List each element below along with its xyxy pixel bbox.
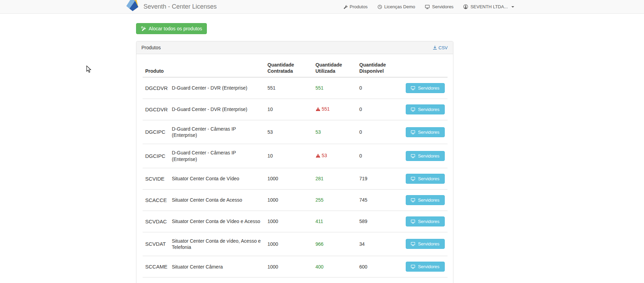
- product-name: Situator Center Input/Output: [169, 277, 265, 283]
- seventh-logo-icon: [125, 0, 141, 14]
- servers-button[interactable]: Servidores: [406, 216, 445, 226]
- product-code: SCVDAC: [143, 211, 169, 232]
- product-name: Situator Center Conta de Vídeo: [169, 168, 265, 189]
- qty-contracted: 1000: [265, 211, 313, 232]
- servers-button[interactable]: Servidores: [406, 83, 445, 93]
- actions-cell: Servidores: [403, 277, 448, 283]
- actions-cell: Servidores: [403, 168, 448, 189]
- product-name: Situator Center Conta de vídeo, Acesso e…: [169, 232, 265, 256]
- qty-contracted: 1000: [265, 232, 313, 256]
- qty-contracted: 10: [265, 99, 313, 120]
- nav-item-produtos[interactable]: Produtos: [338, 0, 373, 13]
- servers-button[interactable]: Servidores: [406, 127, 445, 137]
- navbar-brand[interactable]: Seventh - Center Licenses: [125, 0, 217, 14]
- monitor-icon: [411, 154, 415, 158]
- nav-item-servidores[interactable]: Servidores: [420, 0, 458, 13]
- header-disponivel: Quantidade Disponível: [357, 59, 403, 77]
- qty-used: 53: [313, 144, 357, 168]
- qty-used: 411: [313, 211, 357, 232]
- monitor-icon: [411, 176, 415, 181]
- qty-available: 0: [357, 77, 403, 99]
- servers-button[interactable]: Servidores: [406, 174, 445, 184]
- qty-contracted: 10: [265, 144, 313, 168]
- qty-available: 0: [357, 144, 403, 168]
- main-content: Alocar todos os produtos Produtos CSV: [136, 14, 453, 283]
- nav-item-licencas-demo[interactable]: Licenças Demo: [373, 0, 420, 13]
- qty-contracted: 1000: [265, 189, 313, 211]
- mouse-cursor: [86, 65, 92, 74]
- servers-button-label: Servidores: [418, 153, 439, 159]
- servers-button[interactable]: Servidores: [406, 151, 445, 161]
- actions-cell: Servidores: [403, 189, 448, 211]
- servers-button-label: Servidores: [418, 241, 439, 246]
- app-title: Seventh - Center Licenses: [144, 3, 217, 10]
- actions-cell: Servidores: [403, 144, 448, 168]
- servers-button[interactable]: Servidores: [406, 195, 445, 205]
- qty-available: 719: [357, 168, 403, 189]
- product-name: Situator Center Câmera: [169, 256, 265, 277]
- product-row: SCINOU Situator Center Input/Output 1000…: [143, 277, 448, 283]
- qty-contracted: 53: [265, 120, 313, 144]
- qty-used: 53: [313, 120, 357, 144]
- qty-available: 34: [357, 232, 403, 256]
- allocate-all-label: Alocar todos os produtos: [149, 26, 202, 31]
- product-code: DGCDVR: [143, 77, 169, 99]
- qty-used: 255: [313, 189, 357, 211]
- download-icon: [433, 46, 437, 50]
- product-code: SCCAME: [143, 256, 169, 277]
- products-table: Produto Quantidade Contratada Quantidade…: [143, 59, 448, 283]
- nav-label: Licenças Demo: [384, 4, 415, 9]
- actions-cell: Servidores: [403, 232, 448, 256]
- qty-used: 281: [313, 168, 357, 189]
- warning-icon: [316, 153, 320, 159]
- actions-cell: Servidores: [403, 99, 448, 120]
- actions-cell: Servidores: [403, 256, 448, 277]
- actions-cell: Servidores: [403, 77, 448, 99]
- qty-contracted: 1000: [265, 256, 313, 277]
- qty-available: 600: [357, 256, 403, 277]
- qty-contracted: 1000: [265, 277, 313, 283]
- qty-contracted: 1000: [265, 168, 313, 189]
- qty-contracted: 551: [265, 77, 313, 99]
- product-row: SCACCE Situator Center Conta de Acesso 1…: [143, 189, 448, 211]
- qty-available: 745: [357, 189, 403, 211]
- servers-button-label: Servidores: [418, 219, 439, 224]
- servers-button-label: Servidores: [418, 264, 439, 269]
- header-utilizada: Quantidade Utilizada: [313, 59, 357, 77]
- product-code: SCINOU: [143, 277, 169, 283]
- monitor-icon: [411, 242, 415, 246]
- caret-down-icon: [511, 6, 514, 8]
- panel-title: Produtos: [142, 45, 161, 50]
- product-row: DGCDVR D-Guard Center - DVR (Enterprise)…: [143, 99, 448, 120]
- nav-item-account-dropdown[interactable]: SEVENTH LTDA...: [458, 0, 519, 13]
- qty-available: 0: [357, 120, 403, 144]
- qty-used: 400: [313, 256, 357, 277]
- qty-used: 966: [313, 232, 357, 256]
- servers-button[interactable]: Servidores: [406, 239, 445, 249]
- servers-button-label: Servidores: [418, 198, 439, 203]
- monitor-icon: [411, 264, 415, 269]
- product-code: SCACCE: [143, 189, 169, 211]
- servers-button[interactable]: Servidores: [406, 262, 445, 272]
- product-name: Situator Center Conta de Acesso: [169, 189, 265, 211]
- nav-label: Produtos: [350, 4, 368, 9]
- product-code: DGCIPC: [143, 144, 169, 168]
- header-contratada: Quantidade Contratada: [265, 59, 313, 77]
- qty-available: 600: [357, 277, 403, 283]
- csv-download-link[interactable]: CSV: [433, 45, 448, 50]
- servers-button[interactable]: Servidores: [406, 104, 445, 114]
- warning-icon: [316, 107, 320, 113]
- product-name: D-Guard Center - DVR (Enterprise): [169, 77, 265, 99]
- products-panel: Produtos CSV: [136, 41, 453, 283]
- header-actions: [403, 59, 448, 77]
- product-name: D-Guard Center - Câmeras IP (Enterprise): [169, 120, 265, 144]
- allocate-all-button[interactable]: Alocar todos os produtos: [136, 23, 207, 34]
- qty-used: 400: [313, 277, 357, 283]
- header-produto: Produto: [143, 59, 169, 77]
- actions-cell: Servidores: [403, 211, 448, 232]
- monitor-icon: [411, 86, 415, 90]
- product-name: D-Guard Center - DVR (Enterprise): [169, 99, 265, 120]
- tools-icon: [141, 26, 146, 31]
- product-code: SCVIDE: [143, 168, 169, 189]
- monitor-icon: [411, 219, 415, 224]
